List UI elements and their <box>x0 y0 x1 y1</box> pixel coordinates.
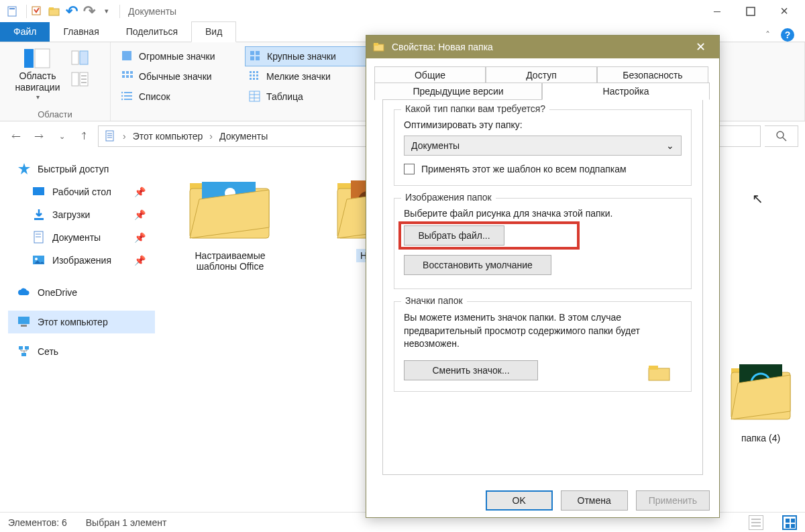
svg-rect-1 <box>9 8 15 9</box>
folder-item[interactable]: Настраиваемые шаблоны Office <box>170 163 290 273</box>
svg-rect-53 <box>34 218 44 220</box>
layout-table[interactable]: Таблица <box>245 87 372 107</box>
breadcrumb-root[interactable]: Этот компьютер <box>133 131 203 142</box>
chevron-down-icon[interactable]: ▾ <box>99 4 114 19</box>
layout-normal[interactable]: Обычные значки <box>117 66 245 87</box>
svg-point-39 <box>121 95 123 97</box>
cancel-button[interactable]: Отмена <box>561 490 628 511</box>
recent-dropdown[interactable]: ⌄ <box>52 127 71 146</box>
restore-default-button[interactable]: Восстановить умолчание <box>404 255 551 275</box>
preview-pane-button[interactable] <box>71 50 89 65</box>
svg-rect-88 <box>649 366 658 370</box>
status-selected: Выбран 1 элемент <box>86 517 167 528</box>
sidebar-this-pc[interactable]: Этот компьютер <box>8 311 155 333</box>
pin-icon: 📌 <box>134 255 146 266</box>
redo-icon[interactable]: ↷ <box>82 4 97 19</box>
window-title: Документы <box>128 6 176 17</box>
computer-icon <box>17 315 31 329</box>
properties-icon[interactable] <box>30 4 44 19</box>
tab-file[interactable]: Файл <box>0 22 50 42</box>
dialog-close-button[interactable]: ✕ <box>688 40 712 54</box>
tab-general[interactable]: Общие <box>374 66 486 83</box>
dialog-titlebar[interactable]: Свойства: Новая папка ✕ <box>366 36 719 58</box>
back-button[interactable]: 🡐 <box>7 127 25 146</box>
up-button[interactable]: 🡑 <box>75 127 94 146</box>
tab-home[interactable]: Главная <box>50 22 112 42</box>
svg-rect-27 <box>253 71 255 73</box>
icons-view-toggle[interactable] <box>782 515 797 530</box>
dialog-footer: OK Отмена Применить <box>486 490 710 511</box>
svg-rect-60 <box>21 325 27 327</box>
pin-icon: 📌 <box>134 187 146 197</box>
change-icon-label: Вы можете изменить значок папки. В этом … <box>404 311 682 351</box>
navigation-pane-label: Область навигации <box>7 70 68 93</box>
forward-button[interactable]: 🡒 <box>30 127 48 146</box>
sidebar-desktop[interactable]: Рабочий стол📌 <box>8 180 158 203</box>
new-folder-icon[interactable] <box>47 4 62 19</box>
pictures-icon <box>32 254 46 267</box>
breadcrumb-current[interactable]: Документы <box>219 131 268 142</box>
svg-point-49 <box>777 131 784 138</box>
minimize-button[interactable]: ─ <box>702 0 733 22</box>
tab-view[interactable]: Вид <box>191 21 236 42</box>
tab-security[interactable]: Безопасность <box>597 66 708 83</box>
svg-rect-62 <box>25 346 29 350</box>
svg-rect-4 <box>49 7 54 10</box>
sidebar-pictures[interactable]: Изображения📌 <box>8 249 158 272</box>
details-pane-button[interactable] <box>71 72 89 87</box>
svg-rect-19 <box>256 56 260 60</box>
svg-point-40 <box>121 99 123 101</box>
svg-rect-24 <box>126 75 129 78</box>
navigation-pane-button[interactable]: Область навигации ▾ <box>7 46 68 101</box>
undo-icon[interactable]: ↶ <box>64 4 79 19</box>
svg-rect-9 <box>80 51 88 64</box>
tab-previous-versions[interactable]: Предыдущие версии <box>374 83 542 100</box>
collapse-ribbon-icon[interactable]: ˄ <box>765 30 770 40</box>
sidebar-quick-access[interactable]: Быстрый доступ <box>8 158 158 180</box>
svg-marker-51 <box>18 163 30 174</box>
tab-customize[interactable]: Настройка <box>542 83 710 100</box>
search-box[interactable] <box>765 125 798 147</box>
choose-file-button[interactable]: Выбрать файл... <box>404 225 504 246</box>
checkbox-icon <box>404 164 415 174</box>
sidebar-documents[interactable]: Документы📌 <box>8 226 158 249</box>
folder-item[interactable]: папка (4) <box>720 352 801 445</box>
close-button[interactable]: × <box>769 0 800 22</box>
sidebar-onedrive[interactable]: OneDrive <box>8 281 158 304</box>
quick-access-toolbar: ↶ ↷ ▾ Документы ─ × <box>0 0 805 22</box>
app-icon <box>5 4 20 19</box>
search-icon <box>776 131 787 142</box>
pin-icon: 📌 <box>134 232 146 243</box>
layout-small[interactable]: Мелкие значки <box>245 66 372 87</box>
svg-rect-81 <box>786 519 790 523</box>
svg-rect-8 <box>72 51 78 64</box>
tab-share[interactable]: Поделиться <box>113 22 191 42</box>
svg-point-58 <box>35 258 38 260</box>
maximize-button[interactable] <box>735 0 766 22</box>
svg-rect-17 <box>256 51 260 55</box>
svg-rect-61 <box>19 346 23 350</box>
folder-images-group: Изображения папок Выберите файл рисунка … <box>394 198 692 289</box>
svg-rect-26 <box>250 71 252 73</box>
sidebar-downloads[interactable]: Загрузки📌 <box>8 203 158 226</box>
change-icon-button[interactable]: Сменить значок... <box>404 360 538 380</box>
details-view-toggle[interactable] <box>749 515 763 530</box>
apply-button[interactable]: Применить <box>636 490 710 511</box>
svg-rect-16 <box>250 51 254 55</box>
svg-rect-23 <box>122 75 125 78</box>
apply-template-checkbox[interactable]: Применять этот же шаблон ко всем подпапк… <box>404 164 682 174</box>
svg-point-38 <box>121 92 123 94</box>
tab-access[interactable]: Доступ <box>486 66 597 83</box>
layout-huge[interactable]: Огромные значки <box>117 46 245 66</box>
optimize-select[interactable]: Документы ⌄ <box>404 136 682 156</box>
svg-rect-22 <box>130 71 133 74</box>
layout-large[interactable]: Крупные значки <box>245 46 372 66</box>
layout-list[interactable]: Список <box>117 87 245 107</box>
svg-rect-83 <box>786 524 790 528</box>
sidebar-network[interactable]: Сеть <box>8 340 158 363</box>
svg-rect-18 <box>250 56 254 60</box>
ok-button[interactable]: OK <box>486 490 553 511</box>
cloud-icon <box>17 286 31 299</box>
svg-rect-15 <box>122 51 131 60</box>
help-icon[interactable]: ? <box>781 28 794 42</box>
